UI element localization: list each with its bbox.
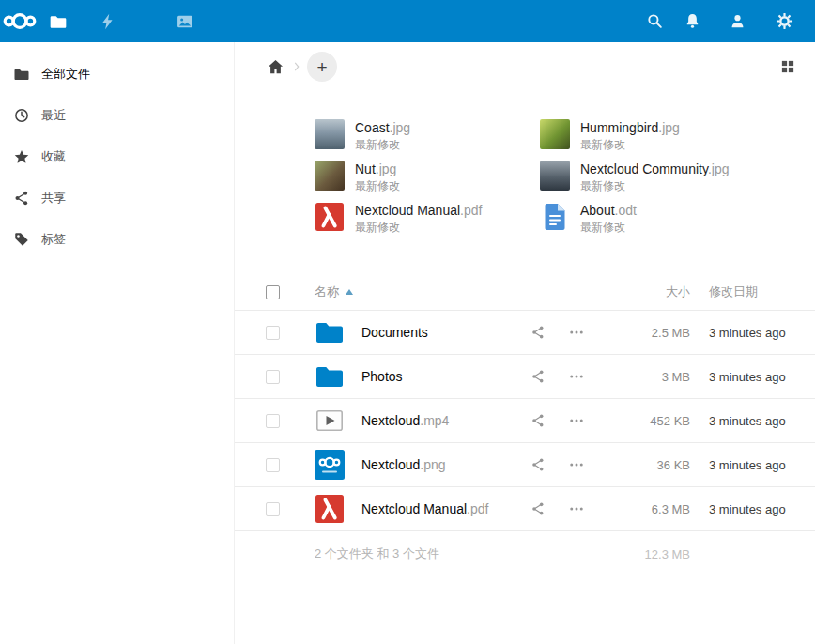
breadcrumb: +: [235, 42, 815, 91]
file-size: 6.3 MB: [606, 502, 690, 516]
more-actions-button[interactable]: [568, 324, 606, 341]
folder-icon: [315, 361, 361, 391]
sort-by-name-header[interactable]: 名称: [315, 284, 606, 300]
bell-icon: [684, 12, 701, 30]
file-name: Photos: [361, 369, 531, 384]
share-button[interactable]: [531, 457, 568, 472]
file-modified: 3 minutes ago: [709, 370, 803, 384]
tag-icon: [13, 231, 30, 248]
image-icon: [176, 12, 194, 31]
row-checkbox[interactable]: [266, 326, 280, 340]
modified-header[interactable]: 修改日期: [709, 284, 803, 300]
image-thumbnail: [540, 161, 570, 191]
share-button[interactable]: [531, 413, 568, 428]
home-breadcrumb-button[interactable]: [264, 55, 286, 78]
app-navigation: [39, 0, 204, 42]
file-name: Nextcloud Manual.pdf: [361, 501, 531, 516]
settings-button[interactable]: [765, 0, 803, 42]
doc-icon: [540, 202, 570, 232]
file-modified: 3 minutes ago: [709, 502, 803, 516]
more-icon: [568, 412, 585, 429]
select-all-checkbox[interactable]: [266, 285, 280, 299]
row-checkbox[interactable]: [266, 458, 280, 472]
row-checkbox[interactable]: [266, 502, 280, 516]
sidebar-item-label: 共享: [41, 190, 66, 207]
table-row[interactable]: Nextcloud.png 36 KB 3 minutes ago: [235, 442, 815, 486]
notifications-button[interactable]: [673, 0, 711, 42]
summary-size: 12.3 MB: [606, 547, 690, 561]
grid-view-toggle[interactable]: [775, 54, 801, 80]
share-icon: [531, 413, 546, 428]
more-actions-button[interactable]: [568, 456, 606, 473]
clock-icon: [13, 107, 30, 124]
more-actions-button[interactable]: [568, 368, 606, 385]
file-size: 452 KB: [606, 414, 690, 428]
sidebar-item-label: 标签: [41, 231, 66, 248]
file-name: Nextcloud.mp4: [361, 413, 531, 428]
more-icon: [568, 368, 585, 385]
row-checkbox[interactable]: [266, 370, 280, 384]
sidebar-item-all-files[interactable]: 全部文件: [0, 54, 234, 95]
more-icon: [568, 500, 585, 517]
recent-file-tile[interactable]: Nextcloud Manual.pdf 最新修改: [315, 202, 540, 243]
file-name: Coast.jpg: [355, 120, 410, 135]
table-row[interactable]: Documents 2.5 MB 3 minutes ago: [235, 310, 815, 354]
table-row[interactable]: Nextcloud Manual.pdf 6.3 MB 3 minutes ag…: [235, 486, 815, 530]
contacts-button[interactable]: [718, 0, 756, 42]
image-thumbnail: [315, 161, 345, 191]
topbar-actions: [636, 0, 815, 42]
size-header[interactable]: 大小: [606, 284, 690, 300]
sidebar-item-recent[interactable]: 最近: [0, 95, 234, 136]
sidebar-item-favorites[interactable]: 收藏: [0, 136, 234, 177]
nextcloud-logo[interactable]: [0, 0, 39, 42]
search-button[interactable]: [636, 0, 673, 42]
search-icon: [646, 12, 664, 30]
gallery-app-button[interactable]: [166, 0, 204, 42]
file-status: 最新修改: [580, 137, 680, 153]
image-thumbnail: [540, 119, 570, 149]
file-name: About.odt: [580, 203, 637, 218]
gear-icon: [776, 12, 793, 30]
file-status: 最新修改: [580, 178, 729, 194]
sidebar-item-shared[interactable]: 共享: [0, 177, 234, 219]
more-icon: [568, 456, 585, 473]
file-name: Nextcloud Community.jpg: [580, 161, 729, 176]
sidebar-item-tags[interactable]: 标签: [0, 219, 234, 260]
file-status: 最新修改: [355, 220, 482, 236]
file-name: Hummingbird.jpg: [580, 120, 680, 135]
user-icon: [729, 12, 746, 30]
share-button[interactable]: [531, 369, 568, 384]
star-icon: [13, 148, 30, 165]
pdf-icon: [315, 494, 361, 524]
pdf-icon: [315, 202, 345, 232]
recent-file-tile[interactable]: Coast.jpg 最新修改: [315, 119, 540, 161]
bolt-icon: [99, 12, 117, 31]
file-size: 2.5 MB: [606, 326, 690, 340]
table-summary: 2 个文件夹 和 3 个文件 12.3 MB: [235, 530, 815, 576]
files-app-button[interactable]: [39, 0, 77, 42]
more-actions-button[interactable]: [568, 412, 606, 429]
files-content: + Coast.jpg 最新修改 Hummingbird.jpg 最新修改 Nu…: [235, 42, 815, 644]
recent-file-tile[interactable]: Hummingbird.jpg 最新修改: [540, 119, 796, 161]
more-icon: [568, 324, 585, 341]
table-header: 名称 大小 修改日期: [235, 274, 815, 310]
file-status: 最新修改: [355, 137, 410, 153]
share-button[interactable]: [531, 501, 568, 516]
activity-app-button[interactable]: [89, 0, 127, 42]
recent-file-tile[interactable]: Nut.jpg 最新修改: [315, 161, 540, 202]
share-icon: [531, 325, 546, 340]
new-file-button[interactable]: +: [307, 52, 337, 82]
table-row[interactable]: Photos 3 MB 3 minutes ago: [235, 354, 815, 398]
row-checkbox[interactable]: [266, 414, 280, 428]
share-icon: [531, 501, 546, 516]
share-button[interactable]: [531, 325, 568, 340]
nextcloud-icon: [315, 450, 361, 480]
more-actions-button[interactable]: [568, 500, 606, 517]
recent-file-tile[interactable]: About.odt 最新修改: [540, 202, 796, 243]
recent-file-tile[interactable]: Nextcloud Community.jpg 最新修改: [540, 161, 796, 202]
file-name: Nut.jpg: [355, 161, 400, 176]
image-thumbnail: [315, 119, 345, 149]
table-row[interactable]: Nextcloud.mp4 452 KB 3 minutes ago: [235, 398, 815, 442]
breadcrumb-separator-icon: [290, 60, 303, 73]
recently-modified-grid: Coast.jpg 最新修改 Hummingbird.jpg 最新修改 Nut.…: [315, 119, 796, 243]
